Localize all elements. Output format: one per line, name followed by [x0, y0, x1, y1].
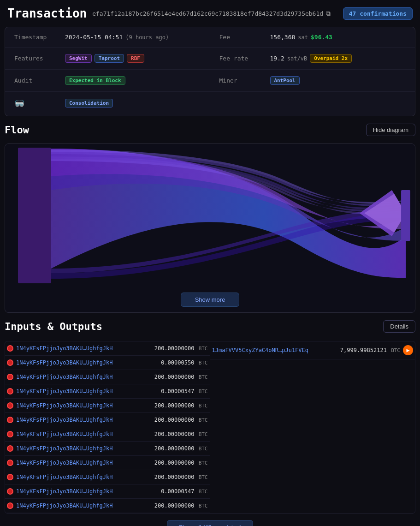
- input-address[interactable]: 1N4yKFsFPjjoJyo3BAKU…UghfgJkH: [16, 502, 152, 509]
- input-dot: [7, 502, 13, 509]
- input-dot: [7, 445, 13, 452]
- input-address[interactable]: 1N4yKFsFPjjoJyo3BAKU…UghfgJkH: [16, 374, 152, 380]
- segwit-tag: SegWit: [65, 54, 92, 63]
- miner-value: AntPool: [270, 76, 300, 85]
- fee-rate-row: Fee rate 19.2 sat/vB Overpaid 2x: [210, 48, 415, 70]
- input-address[interactable]: 1N4yKFsFPjjoJyo3BAKU…UghfgJkH: [16, 417, 152, 423]
- page-header: Transaction efa71f12a187bc26f6514e4ed67d…: [0, 0, 420, 27]
- svg-rect-1: [18, 148, 51, 283]
- show-all-container: Show all (43 remaining): [5, 520, 415, 526]
- show-all-button[interactable]: Show all (43 remaining): [167, 520, 253, 526]
- show-more-button[interactable]: Show more: [181, 293, 240, 307]
- audit-row: Audit Expected in Block: [5, 70, 210, 92]
- output-address[interactable]: 1JmaFVVV5CxyZYaC4oNR…pJu1FVEq: [212, 347, 337, 353]
- svg-rect-4: [401, 190, 410, 241]
- input-address[interactable]: 1N4yKFsFPjjoJyo3BAKU…UghfgJkH: [16, 345, 152, 352]
- confirmations-badge: 47 confirmations: [343, 7, 413, 20]
- glasses-icon: 🥽: [14, 98, 24, 108]
- info-right-col: Fee 156,368 sat $96.43 Fee rate 19.2 sat…: [210, 27, 415, 116]
- input-dot: [7, 488, 13, 495]
- output-row: 1JmaFVVV5CxyZYaC4oNR…pJu1FVEq 7,999.9985…: [210, 341, 415, 359]
- input-row: 1N4yKFsFPjjoJyo3BAKU…UghfgJkH 200.000000…: [5, 442, 210, 456]
- taproot-tag: Taproot: [95, 54, 124, 63]
- input-dot: [7, 431, 13, 437]
- input-dot: [7, 417, 13, 423]
- input-amount: 200.00000000 BTC: [154, 417, 208, 423]
- input-address[interactable]: 1N4yKFsFPjjoJyo3BAKU…UghfgJkH: [16, 402, 152, 409]
- inputs-column: 1N4yKFsFPjjoJyo3BAKU…UghfgJkH 200.000000…: [5, 341, 210, 513]
- type-value: Consolidation: [65, 99, 113, 108]
- audit-value: Expected in Block: [65, 76, 125, 85]
- fee-rate-label: Fee rate: [219, 55, 270, 62]
- input-address[interactable]: 1N4yKFsFPjjoJyo3BAKU…UghfgJkH: [16, 474, 152, 480]
- input-amount: 200.00000000 BTC: [154, 431, 208, 437]
- miner-spacer-row: [210, 92, 415, 116]
- inputs-outputs-section: Inputs & Outputs Details 1N4yKFsFPjjoJyo…: [5, 317, 415, 526]
- input-address[interactable]: 1N4yKFsFPjjoJyo3BAKU…UghfgJkH: [16, 460, 152, 466]
- input-row: 1N4yKFsFPjjoJyo3BAKU…UghfgJkH 200.000000…: [5, 341, 210, 356]
- input-amount: 200.00000000 BTC: [154, 402, 208, 409]
- timestamp-label: Timestamp: [14, 34, 65, 41]
- hide-diagram-button[interactable]: Hide diagram: [366, 124, 415, 136]
- input-row: 1N4yKFsFPjjoJyo3BAKU…UghfgJkH 0.00000547…: [5, 484, 210, 499]
- input-row: 1N4yKFsFPjjoJyo3BAKU…UghfgJkH 200.000000…: [5, 427, 210, 442]
- timestamp-value: 2024-05-15 04:51 (9 hours ago): [65, 34, 169, 41]
- features-label: Features: [14, 55, 65, 62]
- io-header: Inputs & Outputs Details: [5, 317, 415, 335]
- input-dot: [7, 374, 13, 380]
- input-amount: 200.00000000 BTC: [154, 474, 208, 480]
- transaction-id: efa71f12a187bc26f6514e4ed67d162c69c71838…: [92, 10, 331, 18]
- inputs-list: 1N4yKFsFPjjoJyo3BAKU…UghfgJkH 200.000000…: [5, 341, 210, 513]
- input-dot: [7, 359, 13, 366]
- input-address[interactable]: 1N4yKFsFPjjoJyo3BAKU…UghfgJkH: [16, 388, 158, 394]
- input-amount: 0.00000547 BTC: [161, 488, 207, 495]
- miner-row: Miner AntPool: [210, 70, 415, 92]
- miner-label: Miner: [219, 77, 270, 84]
- fee-label: Fee: [219, 34, 270, 41]
- info-left-col: Timestamp 2024-05-15 04:51 (9 hours ago)…: [5, 27, 210, 116]
- input-dot: [7, 474, 13, 480]
- copy-icon[interactable]: ⧉: [326, 10, 331, 18]
- input-row: 1N4yKFsFPjjoJyo3BAKU…UghfgJkH 200.000000…: [5, 456, 210, 470]
- fee-row: Fee 156,368 sat $96.43: [210, 27, 415, 48]
- input-address[interactable]: 1N4yKFsFPjjoJyo3BAKU…UghfgJkH: [16, 445, 152, 452]
- features-row: Features SegWit Taproot RBF: [5, 48, 210, 70]
- fee-rate-value: 19.2 sat/vB Overpaid 2x: [270, 54, 352, 63]
- input-row: 1N4yKFsFPjjoJyo3BAKU…UghfgJkH 200.000000…: [5, 470, 210, 484]
- input-row: 1N4yKFsFPjjoJyo3BAKU…UghfgJkH 200.000000…: [5, 399, 210, 413]
- input-address[interactable]: 1N4yKFsFPjjoJyo3BAKU…UghfgJkH: [16, 359, 158, 366]
- input-amount: 200.00000000 BTC: [154, 502, 208, 509]
- input-amount: 200.00000000 BTC: [154, 345, 208, 352]
- rbf-tag: RBF: [127, 54, 144, 63]
- flow-diagram: [5, 144, 415, 287]
- details-button[interactable]: Details: [383, 320, 415, 333]
- features-value: SegWit Taproot RBF: [65, 54, 144, 63]
- input-amount: 200.00000000 BTC: [154, 460, 208, 466]
- flow-header: Flow Hide diagram: [5, 121, 415, 139]
- input-address[interactable]: 1N4yKFsFPjjoJyo3BAKU…UghfgJkH: [16, 488, 158, 495]
- input-amount: 0.00000547 BTC: [161, 388, 207, 394]
- outputs-list: 1JmaFVVV5CxyZYaC4oNR…pJu1FVEq 7,999.9985…: [210, 341, 415, 359]
- consolidation-tag: Consolidation: [65, 99, 113, 108]
- outputs-column: 1JmaFVVV5CxyZYaC4oNR…pJu1FVEq 7,999.9985…: [210, 341, 415, 513]
- input-dot: [7, 388, 13, 394]
- flow-section: Flow Hide diagram: [5, 121, 415, 313]
- input-amount: 0.00000550 BTC: [161, 359, 207, 366]
- flow-diagram-container: Show more: [5, 143, 415, 313]
- flow-title: Flow: [5, 124, 29, 136]
- io-title: Inputs & Outputs: [5, 321, 102, 332]
- input-row: 1N4yKFsFPjjoJyo3BAKU…UghfgJkH 0.00000550…: [5, 356, 210, 370]
- timestamp-row: Timestamp 2024-05-15 04:51 (9 hours ago): [5, 27, 210, 48]
- input-row: 1N4yKFsFPjjoJyo3BAKU…UghfgJkH 200.000000…: [5, 413, 210, 427]
- input-row: 1N4yKFsFPjjoJyo3BAKU…UghfgJkH 0.00000547…: [5, 384, 210, 399]
- overpaid-tag: Overpaid 2x: [310, 54, 352, 63]
- transaction-info-card: Timestamp 2024-05-15 04:51 (9 hours ago)…: [5, 27, 415, 116]
- input-dot: [7, 345, 13, 352]
- output-arrow-icon[interactable]: ▶: [403, 345, 413, 355]
- io-grid: 1N4yKFsFPjjoJyo3BAKU…UghfgJkH 200.000000…: [5, 341, 415, 514]
- page-title: Transaction: [7, 6, 87, 20]
- input-address[interactable]: 1N4yKFsFPjjoJyo3BAKU…UghfgJkH: [16, 431, 152, 437]
- type-icon: 🥽: [14, 98, 65, 108]
- input-amount: 200.00000000 BTC: [154, 445, 208, 452]
- input-row: 1N4yKFsFPjjoJyo3BAKU…UghfgJkH 200.000000…: [5, 370, 210, 384]
